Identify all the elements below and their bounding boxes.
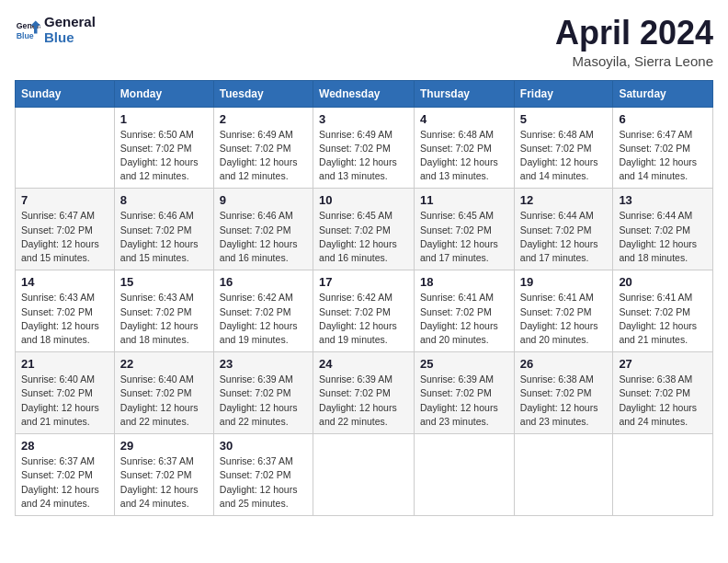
calendar-day-cell — [613, 434, 713, 516]
calendar-day-cell: 30Sunrise: 6:37 AMSunset: 7:02 PMDayligh… — [213, 434, 313, 516]
calendar-day-cell: 6Sunrise: 6:47 AMSunset: 7:02 PMDaylight… — [613, 107, 713, 189]
day-info: Sunrise: 6:39 AMSunset: 7:02 PMDaylight:… — [319, 373, 408, 429]
weekday-header-cell: Tuesday — [213, 80, 313, 107]
weekday-header-cell: Wednesday — [313, 80, 415, 107]
calendar-day-cell: 20Sunrise: 6:41 AMSunset: 7:02 PMDayligh… — [613, 270, 713, 352]
calendar-day-cell: 25Sunrise: 6:39 AMSunset: 7:02 PMDayligh… — [415, 352, 515, 434]
day-info: Sunrise: 6:37 AMSunset: 7:02 PMDaylight:… — [220, 454, 307, 511]
day-info: Sunrise: 6:39 AMSunset: 7:02 PMDaylight:… — [420, 373, 508, 429]
logo-text-blue: Blue — [44, 30, 96, 46]
calendar-day-cell: 8Sunrise: 6:46 AMSunset: 7:02 PMDaylight… — [114, 189, 213, 270]
calendar-day-cell — [16, 107, 115, 189]
day-number: 12 — [520, 193, 608, 207]
calendar-day-cell — [313, 434, 415, 516]
day-number: 28 — [21, 439, 108, 453]
title-block: April 2024 Masoyila, Sierra Leone — [555, 15, 713, 69]
day-number: 9 — [220, 193, 307, 207]
day-number: 1 — [120, 112, 208, 126]
calendar-day-cell: 19Sunrise: 6:41 AMSunset: 7:02 PMDayligh… — [514, 270, 613, 352]
day-number: 10 — [319, 193, 408, 207]
day-number: 22 — [120, 357, 208, 371]
day-info: Sunrise: 6:43 AMSunset: 7:02 PMDaylight:… — [120, 291, 208, 347]
day-number: 3 — [319, 112, 408, 126]
day-number: 5 — [520, 112, 608, 126]
calendar-day-cell: 27Sunrise: 6:38 AMSunset: 7:02 PMDayligh… — [613, 352, 713, 434]
day-number: 21 — [21, 357, 108, 371]
day-info: Sunrise: 6:41 AMSunset: 7:02 PMDaylight:… — [420, 291, 508, 347]
day-number: 26 — [520, 357, 608, 371]
calendar-day-cell: 13Sunrise: 6:44 AMSunset: 7:02 PMDayligh… — [613, 189, 713, 270]
calendar-day-cell: 10Sunrise: 6:45 AMSunset: 7:02 PMDayligh… — [313, 189, 415, 270]
weekday-header-row: SundayMondayTuesdayWednesdayThursdayFrid… — [16, 80, 713, 107]
page-header: General Blue General Blue April 2024 Mas… — [15, 15, 713, 69]
weekday-header-cell: Friday — [514, 80, 613, 107]
day-info: Sunrise: 6:37 AMSunset: 7:02 PMDaylight:… — [21, 454, 108, 511]
day-info: Sunrise: 6:43 AMSunset: 7:02 PMDaylight:… — [21, 291, 108, 347]
calendar-week-row: 21Sunrise: 6:40 AMSunset: 7:02 PMDayligh… — [16, 352, 713, 434]
day-info: Sunrise: 6:50 AMSunset: 7:02 PMDaylight:… — [120, 128, 208, 184]
day-info: Sunrise: 6:41 AMSunset: 7:02 PMDaylight:… — [520, 291, 608, 347]
calendar-day-cell: 1Sunrise: 6:50 AMSunset: 7:02 PMDaylight… — [114, 107, 213, 189]
calendar-day-cell: 12Sunrise: 6:44 AMSunset: 7:02 PMDayligh… — [514, 189, 613, 270]
day-number: 11 — [420, 193, 508, 207]
day-info: Sunrise: 6:44 AMSunset: 7:02 PMDaylight:… — [520, 209, 608, 265]
calendar-week-row: 28Sunrise: 6:37 AMSunset: 7:02 PMDayligh… — [16, 434, 713, 516]
day-info: Sunrise: 6:37 AMSunset: 7:02 PMDaylight:… — [120, 454, 208, 511]
weekday-header-cell: Thursday — [415, 80, 515, 107]
calendar-day-cell: 3Sunrise: 6:49 AMSunset: 7:02 PMDaylight… — [313, 107, 415, 189]
day-info: Sunrise: 6:49 AMSunset: 7:02 PMDaylight:… — [220, 128, 307, 184]
svg-text:Blue: Blue — [17, 30, 34, 40]
calendar-day-cell: 28Sunrise: 6:37 AMSunset: 7:02 PMDayligh… — [16, 434, 115, 516]
calendar-day-cell: 29Sunrise: 6:37 AMSunset: 7:02 PMDayligh… — [114, 434, 213, 516]
calendar-day-cell: 23Sunrise: 6:39 AMSunset: 7:02 PMDayligh… — [213, 352, 313, 434]
day-number: 16 — [220, 275, 307, 289]
day-info: Sunrise: 6:42 AMSunset: 7:02 PMDaylight:… — [319, 291, 408, 347]
day-info: Sunrise: 6:44 AMSunset: 7:02 PMDaylight:… — [619, 209, 707, 265]
calendar-day-cell: 22Sunrise: 6:40 AMSunset: 7:02 PMDayligh… — [114, 352, 213, 434]
day-number: 19 — [520, 275, 608, 289]
day-number: 17 — [319, 275, 408, 289]
day-info: Sunrise: 6:46 AMSunset: 7:02 PMDaylight:… — [120, 209, 208, 265]
day-number: 13 — [619, 193, 707, 207]
day-number: 15 — [120, 275, 208, 289]
calendar-day-cell: 26Sunrise: 6:38 AMSunset: 7:02 PMDayligh… — [514, 352, 613, 434]
day-number: 20 — [619, 275, 707, 289]
calendar-day-cell: 2Sunrise: 6:49 AMSunset: 7:02 PMDaylight… — [213, 107, 313, 189]
logo: General Blue General Blue — [15, 15, 96, 45]
day-number: 6 — [619, 112, 707, 126]
calendar-day-cell: 9Sunrise: 6:46 AMSunset: 7:02 PMDaylight… — [213, 189, 313, 270]
day-info: Sunrise: 6:45 AMSunset: 7:02 PMDaylight:… — [319, 209, 408, 265]
day-number: 8 — [120, 193, 208, 207]
day-info: Sunrise: 6:48 AMSunset: 7:02 PMDaylight:… — [420, 128, 508, 184]
calendar-day-cell: 14Sunrise: 6:43 AMSunset: 7:02 PMDayligh… — [16, 270, 115, 352]
day-info: Sunrise: 6:40 AMSunset: 7:02 PMDaylight:… — [21, 373, 108, 429]
weekday-header-cell: Sunday — [16, 80, 115, 107]
logo-icon: General Blue — [15, 17, 40, 43]
month-title: April 2024 — [555, 15, 713, 52]
calendar-day-cell: 7Sunrise: 6:47 AMSunset: 7:02 PMDaylight… — [16, 189, 115, 270]
calendar-week-row: 7Sunrise: 6:47 AMSunset: 7:02 PMDaylight… — [16, 189, 713, 270]
day-number: 14 — [21, 275, 108, 289]
day-info: Sunrise: 6:42 AMSunset: 7:02 PMDaylight:… — [220, 291, 307, 347]
location-subtitle: Masoyila, Sierra Leone — [555, 53, 713, 69]
calendar-day-cell: 17Sunrise: 6:42 AMSunset: 7:02 PMDayligh… — [313, 270, 415, 352]
calendar-day-cell: 4Sunrise: 6:48 AMSunset: 7:02 PMDaylight… — [415, 107, 515, 189]
day-info: Sunrise: 6:38 AMSunset: 7:02 PMDaylight:… — [619, 373, 707, 429]
day-info: Sunrise: 6:40 AMSunset: 7:02 PMDaylight:… — [120, 373, 208, 429]
weekday-header-cell: Monday — [114, 80, 213, 107]
calendar-day-cell — [514, 434, 613, 516]
calendar-day-cell: 18Sunrise: 6:41 AMSunset: 7:02 PMDayligh… — [415, 270, 515, 352]
day-number: 4 — [420, 112, 508, 126]
calendar-day-cell — [415, 434, 515, 516]
day-number: 18 — [420, 275, 508, 289]
calendar-week-row: 14Sunrise: 6:43 AMSunset: 7:02 PMDayligh… — [16, 270, 713, 352]
day-info: Sunrise: 6:41 AMSunset: 7:02 PMDaylight:… — [619, 291, 707, 347]
weekday-header-cell: Saturday — [613, 80, 713, 107]
logo-text-general: General — [44, 15, 96, 30]
calendar-table: SundayMondayTuesdayWednesdayThursdayFrid… — [15, 80, 713, 516]
calendar-day-cell: 24Sunrise: 6:39 AMSunset: 7:02 PMDayligh… — [313, 352, 415, 434]
day-number: 27 — [619, 357, 707, 371]
day-number: 7 — [21, 193, 108, 207]
day-info: Sunrise: 6:47 AMSunset: 7:02 PMDaylight:… — [619, 128, 707, 184]
day-info: Sunrise: 6:48 AMSunset: 7:02 PMDaylight:… — [520, 128, 608, 184]
